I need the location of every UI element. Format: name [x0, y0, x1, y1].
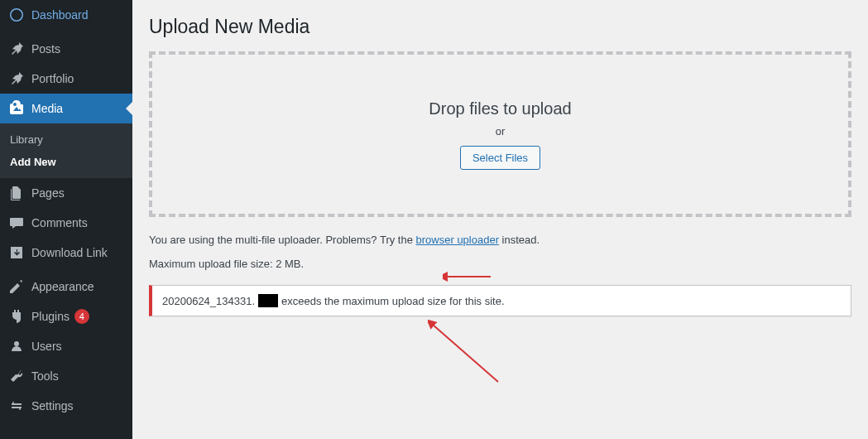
pin-icon: [8, 41, 25, 57]
sidebar-item-media[interactable]: Media: [0, 94, 132, 123]
plugins-update-badge: 4: [74, 309, 89, 324]
select-files-button[interactable]: Select Files: [460, 146, 540, 170]
sidebar-item-label: Users: [31, 340, 62, 353]
sidebar-item-label: Posts: [31, 42, 60, 55]
appearance-icon: [8, 278, 25, 295]
error-filename: 20200624_134331.: [162, 295, 255, 307]
sidebar-item-posts[interactable]: Posts: [0, 34, 132, 64]
browser-uploader-link[interactable]: browser uploader: [416, 234, 499, 246]
sidebar-item-plugins[interactable]: Plugins 4: [0, 302, 132, 331]
sidebar-item-dashboard[interactable]: Dashboard: [0, 0, 132, 30]
redacted-extension: [258, 294, 278, 307]
sidebar-item-users[interactable]: Users: [0, 331, 132, 361]
annotation-arrow-icon: [443, 270, 492, 283]
comments-icon: [8, 215, 25, 231]
sidebar-submenu-media: Library Add New: [0, 123, 132, 178]
error-message: exceeds the maximum upload size for this…: [281, 295, 505, 307]
uploader-note: You are using the multi-file uploader. P…: [149, 234, 851, 246]
plugins-icon: [8, 308, 25, 325]
submenu-item-library[interactable]: Library: [0, 128, 132, 151]
sidebar-item-label: Portfolio: [31, 72, 74, 85]
sidebar-item-label: Pages: [31, 186, 65, 200]
dashboard-icon: [8, 7, 25, 23]
sidebar-item-appearance[interactable]: Appearance: [0, 272, 132, 302]
dropzone-or: or: [496, 125, 506, 137]
max-upload-size: Maximum upload file size: 2 MB.: [149, 258, 851, 270]
sidebar-item-comments[interactable]: Comments: [0, 208, 132, 238]
sidebar-item-label: Comments: [31, 216, 88, 229]
upload-dropzone[interactable]: Drop files to upload or Select Files: [149, 51, 851, 217]
download-icon: [8, 244, 25, 261]
annotation-arrow-icon: [428, 320, 502, 386]
sidebar-item-tools[interactable]: Tools: [0, 361, 132, 391]
sidebar-item-download-link[interactable]: Download Link: [0, 238, 132, 268]
pages-icon: [8, 185, 25, 201]
users-icon: [8, 338, 25, 355]
sidebar-item-label: Plugins: [31, 310, 70, 323]
sidebar-item-label: Tools: [31, 369, 59, 383]
pin-icon: [8, 70, 25, 87]
media-icon: [8, 100, 25, 117]
submenu-item-add-new[interactable]: Add New: [0, 151, 132, 173]
sidebar-item-pages[interactable]: Pages: [0, 178, 132, 208]
sidebar-item-label: Settings: [31, 399, 74, 412]
sidebar-item-label: Media: [31, 102, 63, 115]
svg-line-1: [433, 325, 498, 382]
settings-icon: [8, 398, 25, 414]
sidebar-item-label: Appearance: [31, 280, 94, 293]
admin-sidebar: Dashboard Posts Portfolio Media Library …: [0, 0, 132, 439]
sidebar-item-portfolio[interactable]: Portfolio: [0, 64, 132, 94]
sidebar-item-settings[interactable]: Settings: [0, 391, 132, 421]
sidebar-item-label: Dashboard: [31, 8, 89, 22]
main-content: Upload New Media Drop files to upload or…: [132, 0, 868, 439]
upload-error-notice: 20200624_134331. exceeds the maximum upl…: [149, 285, 851, 316]
dropzone-title: Drop files to upload: [429, 99, 571, 118]
page-title: Upload New Media: [149, 8, 851, 51]
sidebar-item-label: Download Link: [31, 246, 108, 259]
tools-icon: [8, 368, 25, 384]
